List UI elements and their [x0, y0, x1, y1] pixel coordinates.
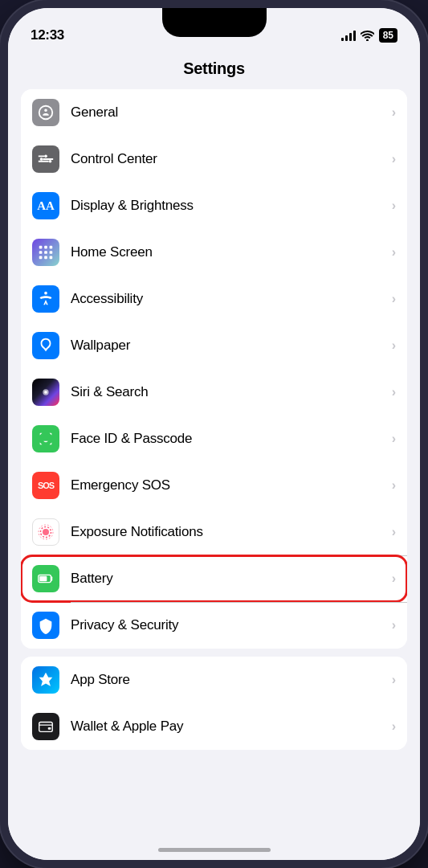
settings-item-exposure[interactable]: Exposure Notifications ›	[21, 509, 407, 555]
settings-item-privacy[interactable]: Privacy & Security ›	[21, 602, 407, 649]
siri-label: Siri & Search	[71, 384, 392, 400]
home-screen-label: Home Screen	[71, 244, 392, 260]
settings-item-battery[interactable]: Battery ›	[21, 555, 407, 602]
display-brightness-label: Display & Brightness	[71, 198, 392, 214]
settings-item-siri-search[interactable]: Siri & Search ›	[21, 369, 407, 416]
face-id-chevron: ›	[392, 432, 396, 446]
svg-rect-10	[44, 251, 47, 254]
notch	[162, 8, 267, 37]
settings-item-face-id[interactable]: Face ID & Passcode ›	[21, 416, 407, 462]
app-store-icon	[32, 666, 59, 694]
phone-frame: 12:33 85 Settings	[0, 0, 428, 868]
app-store-label: App Store	[71, 672, 392, 688]
status-time: 12:33	[31, 27, 64, 43]
settings-item-wallet[interactable]: Wallet & Apple Pay ›	[21, 703, 407, 750]
privacy-icon	[32, 612, 59, 639]
svg-rect-23	[39, 723, 53, 732]
svg-point-15	[44, 292, 47, 295]
home-screen-icon	[32, 239, 59, 266]
battery-icon	[32, 565, 59, 592]
home-bar	[158, 848, 271, 852]
emergency-sos-label: Emergency SOS	[71, 477, 392, 493]
battery-chevron: ›	[392, 571, 396, 586]
face-id-icon	[32, 425, 59, 452]
svg-rect-22	[39, 576, 47, 581]
accessibility-chevron: ›	[392, 292, 396, 306]
battery-status-badge: 85	[379, 28, 397, 43]
general-icon	[32, 99, 59, 126]
wallet-label: Wallet & Apple Pay	[71, 719, 392, 735]
svg-rect-12	[39, 256, 43, 260]
signal-icon	[341, 30, 356, 41]
siri-icon	[32, 379, 59, 406]
wifi-icon	[361, 31, 374, 41]
accessibility-icon	[32, 285, 59, 313]
svg-rect-8	[50, 246, 53, 249]
settings-section-2: App Store › Wallet & Apple Pay ›	[21, 657, 407, 750]
accessibility-label: Accessibility	[71, 291, 392, 307]
svg-point-2	[49, 160, 52, 163]
settings-item-accessibility[interactable]: Accessibility ›	[21, 276, 407, 322]
status-icons: 85	[341, 28, 397, 43]
svg-rect-6	[39, 246, 43, 249]
privacy-label: Privacy & Security	[71, 617, 392, 633]
svg-rect-7	[44, 246, 47, 249]
svg-rect-9	[39, 251, 43, 254]
wallet-chevron: ›	[392, 719, 396, 734]
svg-point-1	[44, 155, 47, 158]
settings-item-wallpaper[interactable]: Wallpaper ›	[21, 322, 407, 369]
page-title: Settings	[8, 51, 420, 89]
face-id-label: Face ID & Passcode	[71, 431, 392, 447]
control-center-icon	[32, 145, 59, 173]
privacy-chevron: ›	[392, 618, 396, 633]
exposure-icon	[32, 518, 59, 546]
settings-item-display-brightness[interactable]: AA Display & Brightness ›	[21, 182, 407, 229]
settings-item-app-store[interactable]: App Store ›	[21, 657, 407, 703]
svg-rect-24	[48, 727, 51, 730]
battery-label: Battery	[71, 571, 392, 587]
general-label: General	[71, 104, 392, 121]
control-center-label: Control Center	[71, 151, 392, 167]
display-chevron: ›	[392, 199, 396, 213]
exposure-chevron: ›	[392, 525, 396, 539]
wallet-icon	[32, 713, 59, 740]
svg-rect-13	[44, 256, 47, 260]
settings-item-home-screen[interactable]: Home Screen ›	[21, 229, 407, 276]
app-store-chevron: ›	[392, 673, 396, 687]
svg-point-18	[43, 529, 49, 535]
screen: 12:33 85 Settings	[8, 8, 420, 860]
svg-point-17	[44, 391, 47, 394]
display-icon: AA	[32, 192, 59, 219]
home-screen-chevron: ›	[392, 245, 396, 260]
settings-item-control-center[interactable]: Control Center ›	[21, 136, 407, 182]
settings-section-1: General › Control Center › AA Display & …	[21, 89, 407, 649]
exposure-label: Exposure Notifications	[71, 524, 392, 540]
wallpaper-label: Wallpaper	[71, 338, 392, 354]
control-center-chevron: ›	[392, 152, 396, 166]
wallpaper-icon	[32, 332, 59, 359]
settings-item-general[interactable]: General ›	[21, 89, 407, 136]
siri-chevron: ›	[392, 385, 396, 399]
wallpaper-chevron: ›	[392, 338, 396, 353]
svg-rect-14	[50, 256, 53, 260]
emergency-sos-chevron: ›	[392, 478, 396, 493]
svg-point-0	[40, 158, 43, 161]
svg-rect-11	[50, 251, 53, 254]
emergency-sos-icon: SOS	[32, 472, 59, 499]
general-chevron: ›	[392, 105, 396, 120]
settings-item-emergency-sos[interactable]: SOS Emergency SOS ›	[21, 462, 407, 509]
